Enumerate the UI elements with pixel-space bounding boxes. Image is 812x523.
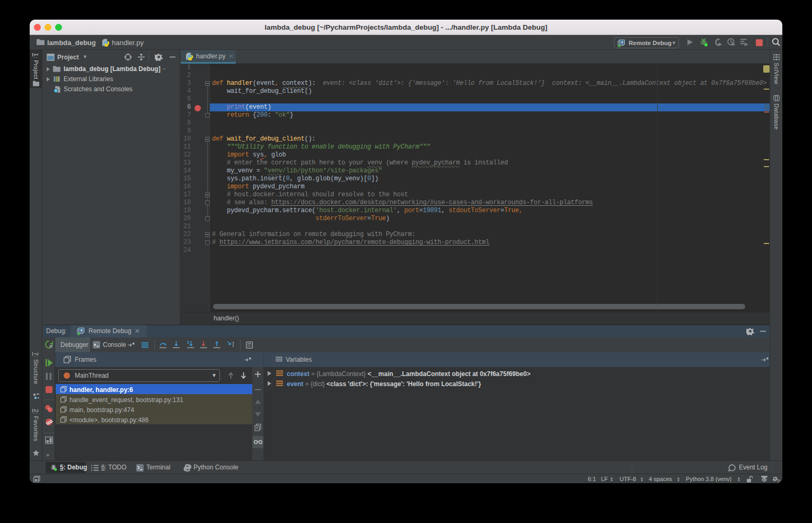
svg-text:?: ? xyxy=(777,478,780,483)
